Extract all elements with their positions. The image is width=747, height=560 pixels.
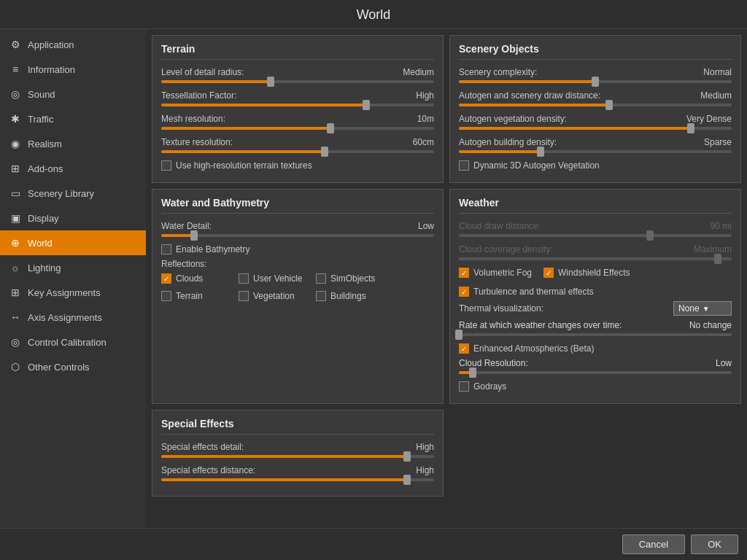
sidebar-item-display[interactable]: ▣ Display — [0, 206, 146, 230]
sidebar-item-other-controls[interactable]: ⬡ Other Controls — [0, 354, 146, 379]
slider-track[interactable] — [161, 478, 434, 481]
turbulence-row[interactable]: Turbulence and thermal effects — [459, 287, 732, 297]
slider-track[interactable] — [459, 104, 732, 106]
other-controls-icon: ⬡ — [9, 360, 22, 373]
weather-checkbox-row[interactable]: Windshield Effects — [543, 268, 630, 278]
slider-row: Special effects distance: High — [161, 465, 434, 481]
godrays-checkbox[interactable] — [459, 381, 469, 392]
cancel-button[interactable]: Cancel — [622, 534, 685, 554]
ok-button[interactable]: OK — [691, 534, 738, 554]
sidebar-item-axis-assignments[interactable]: ↔ Axis Assignments — [0, 305, 146, 330]
reflection-checkbox-row[interactable]: SimObjects — [316, 273, 382, 284]
scenery-checkbox-row[interactable]: Dynamic 3D Autogen Vegetation — [459, 160, 732, 171]
slider-track[interactable] — [161, 455, 434, 458]
sidebar-label-axis-assignments: Axis Assignments — [28, 312, 102, 323]
sidebar-label-information: Information — [28, 64, 75, 75]
weather-checkbox[interactable] — [543, 268, 554, 278]
enhanced-row[interactable]: Enhanced Atmospherics (Beta) — [459, 343, 732, 354]
slider-value: Medium — [700, 90, 732, 101]
reflection-checkbox-row[interactable]: User Vehicle — [239, 273, 304, 284]
turbulence-checkbox[interactable] — [459, 287, 469, 297]
sidebar-item-realism[interactable]: ◉ Realism — [0, 131, 146, 156]
reflection-checkbox-row[interactable]: Terrain — [161, 291, 227, 301]
bathymetry-checkbox[interactable] — [161, 244, 171, 254]
slider-label: Texture resolution: — [161, 137, 233, 147]
weather-checkbox-label: Windshield Effects — [558, 268, 630, 278]
sidebar: ⚙ Application ≡ Information ◎ Sound ✱ Tr… — [0, 29, 146, 528]
rate-label: Rate at which weather changes over time: — [459, 320, 622, 330]
rate-slider-track[interactable] — [459, 333, 732, 336]
godrays-row[interactable]: Godrays — [459, 381, 732, 392]
slider-value: Maximum — [694, 244, 732, 254]
sidebar-item-sound[interactable]: ◎ Sound — [0, 82, 146, 106]
slider-value: Very Dense — [686, 114, 732, 124]
enhanced-checkbox[interactable] — [459, 343, 469, 354]
reflection-checkbox[interactable] — [161, 291, 171, 301]
reflection-checkbox-row[interactable]: Clouds — [161, 273, 227, 284]
slider-header: Water Detail: Low — [161, 221, 434, 231]
reflection-checkbox[interactable] — [316, 273, 326, 284]
terrain-checkbox-label: Use high-resolution terrain textures — [176, 160, 312, 171]
sidebar-item-addons[interactable]: ⊞ Add-ons — [0, 156, 146, 181]
sidebar-item-traffic[interactable]: ✱ Traffic — [0, 106, 146, 131]
cloud-res-track[interactable] — [459, 371, 732, 374]
slider-label: Tessellation Factor: — [161, 90, 236, 101]
sidebar-item-information[interactable]: ≡ Information — [0, 57, 146, 82]
sidebar-item-world[interactable]: ⊕ World — [0, 230, 146, 255]
reflection-label: Buildings — [330, 291, 366, 301]
thermal-label: Thermal visualization: — [459, 303, 673, 314]
reflection-checkbox[interactable] — [161, 273, 171, 284]
sidebar-item-application[interactable]: ⚙ Application — [0, 32, 146, 57]
slider-value: 10m — [417, 114, 434, 124]
sidebar-label-addons: Add-ons — [28, 163, 63, 174]
slider-row: Cloud draw distance: 90 mi — [459, 221, 732, 237]
sidebar-item-control-calibration[interactable]: ◎ Control Calibration — [0, 330, 146, 354]
weather-checkbox[interactable] — [459, 268, 469, 278]
thermal-row: Thermal visualization: None ▼ — [459, 301, 732, 316]
cloud-res-header: Cloud Resolution: Low — [459, 358, 732, 368]
slider-track[interactable] — [161, 150, 434, 153]
bathymetry-row[interactable]: Enable Bathymetry — [161, 244, 434, 254]
sidebar-label-scenery-library: Scenery Library — [28, 188, 94, 199]
scenery-title: Scenery Objects — [459, 43, 732, 60]
reflection-checkbox[interactable] — [239, 291, 249, 301]
reflection-checkbox-row[interactable]: Buildings — [316, 291, 382, 301]
slider-track[interactable] — [161, 80, 434, 83]
sidebar-label-key-assignments: Key Assignments — [28, 287, 101, 298]
special-effects-section: Special Effects Special effects detail: … — [152, 410, 444, 497]
sidebar-item-lighting[interactable]: ☼ Lighting — [0, 255, 146, 280]
reflection-label: Clouds — [176, 273, 203, 284]
thermal-select[interactable]: None ▼ — [673, 301, 732, 316]
slider-value: High — [416, 90, 434, 101]
scenery-checkbox[interactable] — [459, 160, 469, 171]
weather-checkbox-row[interactable]: Volumetric Fog — [459, 268, 532, 278]
slider-track[interactable] — [161, 234, 434, 237]
reflection-label: Vegetation — [253, 291, 295, 301]
slider-track[interactable] — [161, 127, 434, 130]
rate-value: No change — [689, 320, 732, 330]
terrain-checkbox-row[interactable]: Use high-resolution terrain textures — [161, 160, 434, 171]
sidebar-label-other-controls: Other Controls — [28, 362, 90, 373]
slider-track[interactable] — [459, 80, 732, 83]
reflection-checkbox-row[interactable]: Vegetation — [239, 291, 304, 301]
reflection-checkbox[interactable] — [239, 273, 249, 284]
turbulence-label: Turbulence and thermal effects — [473, 287, 594, 297]
terrain-checkbox[interactable] — [161, 160, 171, 171]
reflection-label: SimObjects — [330, 273, 375, 284]
sidebar-item-key-assignments[interactable]: ⊞ Key Assignments — [0, 280, 146, 305]
sidebar-label-lighting: Lighting — [28, 262, 61, 273]
sidebar-label-realism: Realism — [28, 139, 62, 149]
slider-header: Special effects distance: High — [161, 465, 434, 475]
reflection-checkbox[interactable] — [316, 291, 326, 301]
slider-header: Autogen vegetation density: Very Dense — [459, 114, 732, 124]
slider-label: Level of detail radius: — [161, 67, 244, 77]
information-icon: ≡ — [9, 63, 22, 76]
scenery-checkbox-label: Dynamic 3D Autogen Vegetation — [473, 160, 600, 171]
slider-row: Autogen building density: Sparse — [459, 137, 732, 153]
special-effects-title: Special Effects — [161, 418, 434, 435]
slider-track[interactable] — [459, 127, 732, 130]
slider-track[interactable] — [161, 104, 434, 106]
slider-header: Cloud draw distance: 90 mi — [459, 221, 732, 231]
slider-track[interactable] — [459, 150, 732, 153]
sidebar-item-scenery-library[interactable]: ▭ Scenery Library — [0, 181, 146, 206]
